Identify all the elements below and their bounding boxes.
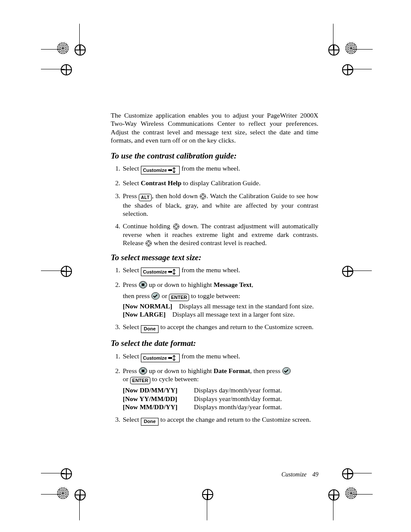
bold-text: Date Format (214, 367, 250, 374)
crosshair-icon (61, 64, 72, 75)
format-option: [Now YY/MM/DD]Displays year/month/day fo… (123, 395, 318, 403)
heading-dateformat: To select the date format: (111, 338, 318, 348)
crosshair-icon (342, 64, 353, 75)
print-rule (41, 494, 61, 495)
crosshair-icon (328, 44, 339, 56)
customize-button-icon: Customize (141, 268, 180, 276)
text: Select (123, 179, 141, 187)
print-rule (348, 473, 372, 473)
text: Select (123, 416, 141, 423)
text: from the menu wheel. (181, 352, 240, 360)
contrast-wheel-icon (173, 223, 180, 230)
print-rule (41, 271, 65, 271)
option-desc: Displays day/month/year format. (194, 386, 318, 394)
label: Customize (143, 355, 167, 361)
contrast-wheel-icon (145, 240, 152, 247)
crosshair-icon (75, 489, 86, 501)
text: , then press (250, 367, 282, 374)
text: to accept the change and return to the C… (159, 416, 311, 423)
contrast-wheel-icon (199, 193, 206, 200)
customize-button-icon: Customize (141, 354, 180, 362)
step: Select Customize from the menu wheel. (122, 266, 318, 276)
text: Press (123, 367, 139, 374)
slider-icon (168, 355, 177, 361)
option-label: [Now MM/DD/YY] (123, 403, 194, 411)
print-rule (207, 495, 207, 520)
bold-text: Message Text (214, 281, 252, 288)
text: to toggle between: (189, 292, 240, 299)
print-rule (348, 69, 372, 69)
step: Continue holding down. The contrast adju… (122, 222, 318, 247)
step: Press ALT, then hold down . Watch the Ca… (122, 192, 318, 218)
page: The Customize application enables you to… (0, 0, 411, 532)
text: , (252, 281, 253, 288)
text: from the menu wheel. (181, 266, 240, 274)
format-option: [Now DD/MM/YY]Displays day/month/year fo… (123, 386, 318, 394)
alt-key-icon: ALT (139, 194, 152, 201)
text: up or down to highlight (149, 367, 213, 374)
slider-icon (168, 268, 177, 275)
text: or (162, 292, 169, 299)
print-rule (352, 494, 373, 495)
text: Press (123, 192, 139, 199)
option-desc: Displays all message text in a larger fo… (172, 311, 295, 318)
svg-point-11 (145, 284, 146, 285)
page-number: 49 (312, 471, 318, 478)
option-desc: Displays all message text in the standar… (179, 302, 314, 310)
ok-check-icon (151, 292, 160, 300)
print-rule (41, 69, 65, 69)
print-rule (352, 49, 373, 50)
done-button-icon: Done (141, 418, 159, 426)
text: Select (123, 352, 141, 360)
option-desc: Displays year/month/day format. (194, 395, 318, 403)
step: Select Customize from the menu wheel. (122, 164, 318, 174)
svg-point-4 (174, 225, 177, 228)
slider-icon (168, 167, 177, 174)
text: Continue holding (123, 222, 173, 230)
text: up or down to highlight (149, 281, 213, 288)
option-label: [Now YY/MM/DD] (123, 395, 194, 403)
steps-contrast: Select Customize from the menu wheel. Se… (111, 164, 318, 247)
text: from the menu wheel. (181, 165, 240, 172)
svg-point-19 (145, 370, 146, 371)
text: then press (123, 292, 151, 299)
steps-textsize: Select Customize from the menu wheel. Pr… (111, 266, 318, 333)
done-button-icon: Done (141, 325, 159, 333)
option-label: [Now LARGE] (123, 311, 165, 318)
text: to display Calibration Guide. (181, 179, 261, 187)
print-rule (41, 49, 61, 50)
svg-point-2 (202, 195, 205, 198)
crosshair-icon (75, 44, 86, 56)
heading-textsize: To select message text size: (111, 252, 318, 263)
text: Select (123, 165, 141, 172)
svg-point-21 (142, 373, 143, 373)
page-footer: Customize 49 (281, 471, 318, 478)
intro-paragraph: The Customize application enables you to… (111, 111, 318, 145)
step: Press up or down to highlight Date Forma… (122, 367, 318, 411)
print-rule (348, 271, 372, 271)
crosshair-icon (342, 468, 353, 479)
print-rule (79, 495, 80, 520)
format-option: [Now MM/DD/YY]Displays month/day/year fo… (123, 403, 318, 411)
option-label: [Now NORMAL] (123, 302, 172, 310)
svg-point-13 (142, 287, 143, 288)
text: Select (123, 266, 141, 274)
steps-dateformat: Select Customize from the menu wheel. Pr… (111, 352, 318, 426)
svg-point-9 (142, 283, 144, 286)
enter-key-icon: ENTER (169, 294, 189, 301)
svg-point-18 (140, 370, 140, 371)
crosshair-icon (61, 266, 72, 277)
step: Select Done to accept the changes and re… (122, 323, 318, 333)
customize-button-icon: Customize (141, 166, 180, 174)
text: when the desired contrast level is reach… (154, 239, 267, 246)
crosshair-icon (61, 468, 72, 479)
print-rule (41, 473, 65, 473)
svg-point-10 (140, 284, 140, 285)
print-mark-icon (56, 42, 69, 55)
text: , then hold down (152, 192, 199, 199)
step: Select Done to accept the change and ret… (122, 415, 318, 426)
svg-rect-15 (168, 357, 172, 359)
nav-dpad-icon (139, 367, 147, 375)
print-rule (79, 24, 80, 50)
svg-rect-0 (168, 169, 172, 171)
